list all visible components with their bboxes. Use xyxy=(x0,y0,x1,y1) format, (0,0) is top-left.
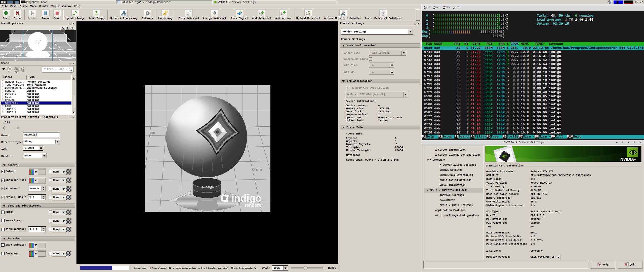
svg-text:cm: cm xyxy=(150,130,155,134)
svg-text:◆ indigo: ◆ indigo xyxy=(201,185,214,189)
svg-text:0 cm: 0 cm xyxy=(252,167,262,172)
svg-text:indigo: indigo xyxy=(231,193,262,204)
svg-text:renderer: renderer xyxy=(245,203,263,208)
svg-text:NVIDIA℠: NVIDIA℠ xyxy=(620,157,636,161)
